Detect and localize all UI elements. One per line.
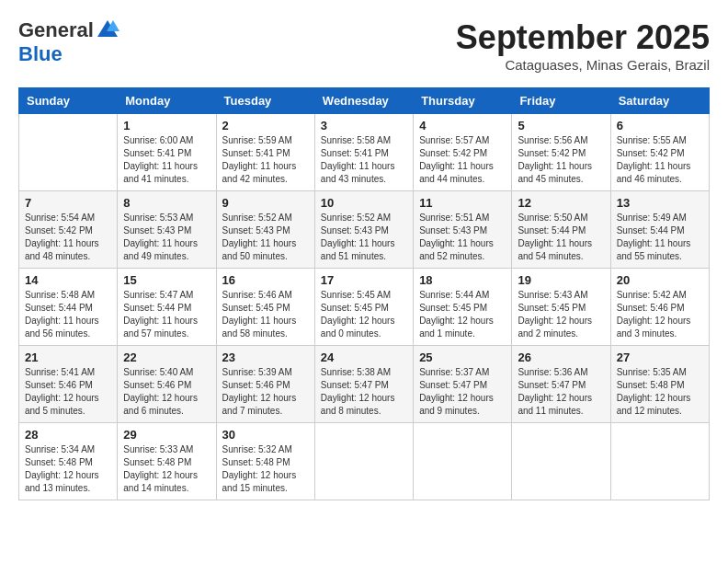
calendar-cell: 4 Sunrise: 5:57 AM Sunset: 5:42 PM Dayli… bbox=[414, 114, 512, 191]
cell-info: Sunrise: 5:36 AM Sunset: 5:47 PM Dayligh… bbox=[518, 366, 604, 418]
daylight-text: Daylight: 12 hours and 14 minutes. bbox=[123, 470, 198, 493]
cell-info: Sunrise: 5:40 AM Sunset: 5:46 PM Dayligh… bbox=[123, 366, 210, 418]
calendar-cell bbox=[610, 423, 709, 500]
day-number: 11 bbox=[419, 196, 506, 210]
daylight-text: Daylight: 11 hours and 51 minutes. bbox=[321, 238, 395, 261]
daylight-text: Daylight: 11 hours and 58 minutes. bbox=[222, 316, 297, 339]
sunrise-text: Sunrise: 5:57 AM bbox=[419, 135, 489, 145]
day-number: 22 bbox=[123, 350, 210, 364]
daylight-text: Daylight: 12 hours and 8 minutes. bbox=[321, 393, 395, 416]
sunset-text: Sunset: 5:42 PM bbox=[419, 148, 487, 158]
daylight-text: Daylight: 12 hours and 9 minutes. bbox=[419, 393, 494, 416]
sunrise-text: Sunrise: 5:38 AM bbox=[321, 367, 391, 377]
sunrise-text: Sunrise: 5:55 AM bbox=[617, 135, 687, 145]
sunset-text: Sunset: 5:43 PM bbox=[419, 225, 487, 236]
cell-info: Sunrise: 5:52 AM Sunset: 5:43 PM Dayligh… bbox=[222, 212, 309, 263]
sunset-text: Sunset: 5:46 PM bbox=[617, 303, 685, 313]
daylight-text: Daylight: 12 hours and 2 minutes. bbox=[518, 316, 592, 339]
cell-info: Sunrise: 5:57 AM Sunset: 5:42 PM Dayligh… bbox=[419, 134, 506, 186]
day-number: 19 bbox=[518, 273, 604, 287]
day-number: 3 bbox=[321, 119, 407, 132]
calendar-cell: 11 Sunrise: 5:51 AM Sunset: 5:43 PM Dayl… bbox=[414, 191, 512, 269]
cell-info: Sunrise: 5:35 AM Sunset: 5:48 PM Dayligh… bbox=[617, 366, 703, 418]
sunrise-text: Sunrise: 5:56 AM bbox=[518, 135, 587, 145]
day-number: 28 bbox=[25, 428, 111, 442]
cell-info: Sunrise: 5:42 AM Sunset: 5:46 PM Dayligh… bbox=[617, 289, 703, 340]
day-number: 4 bbox=[419, 119, 506, 132]
day-number: 17 bbox=[321, 273, 407, 287]
sunset-text: Sunset: 5:43 PM bbox=[222, 225, 290, 236]
calendar-cell: 6 Sunrise: 5:55 AM Sunset: 5:42 PM Dayli… bbox=[610, 114, 709, 191]
cell-info: Sunrise: 5:37 AM Sunset: 5:47 PM Dayligh… bbox=[419, 366, 506, 418]
daylight-text: Daylight: 11 hours and 55 minutes. bbox=[617, 238, 691, 261]
day-number: 20 bbox=[617, 273, 703, 287]
day-number: 24 bbox=[321, 350, 407, 364]
cell-info: Sunrise: 5:54 AM Sunset: 5:42 PM Dayligh… bbox=[25, 212, 111, 263]
sunset-text: Sunset: 5:42 PM bbox=[25, 225, 93, 236]
sunrise-text: Sunrise: 5:48 AM bbox=[25, 290, 95, 300]
sunrise-text: Sunrise: 5:44 AM bbox=[419, 290, 489, 300]
cell-info: Sunrise: 5:59 AM Sunset: 5:41 PM Dayligh… bbox=[222, 134, 309, 186]
cell-info: Sunrise: 5:49 AM Sunset: 5:44 PM Dayligh… bbox=[617, 212, 703, 263]
day-number: 23 bbox=[222, 350, 309, 364]
daylight-text: Daylight: 11 hours and 41 minutes. bbox=[123, 161, 198, 184]
cell-info: Sunrise: 5:38 AM Sunset: 5:47 PM Dayligh… bbox=[321, 366, 407, 418]
day-number: 6 bbox=[617, 119, 703, 132]
title-block: September 2025 Cataguases, Minas Gerais,… bbox=[456, 18, 710, 73]
sunset-text: Sunset: 5:45 PM bbox=[419, 303, 487, 313]
sunrise-text: Sunrise: 5:53 AM bbox=[123, 213, 193, 223]
daylight-text: Daylight: 11 hours and 54 minutes. bbox=[518, 238, 592, 261]
column-header-monday: Monday bbox=[118, 88, 216, 114]
calendar-cell: 24 Sunrise: 5:38 AM Sunset: 5:47 PM Dayl… bbox=[314, 346, 413, 423]
cell-info: Sunrise: 5:44 AM Sunset: 5:45 PM Dayligh… bbox=[419, 289, 506, 340]
daylight-text: Daylight: 11 hours and 44 minutes. bbox=[419, 161, 494, 184]
logo-icon bbox=[96, 18, 119, 42]
cell-info: Sunrise: 5:33 AM Sunset: 5:48 PM Dayligh… bbox=[123, 443, 210, 495]
day-number: 1 bbox=[123, 119, 210, 132]
day-number: 29 bbox=[123, 428, 210, 442]
calendar-cell: 10 Sunrise: 5:52 AM Sunset: 5:43 PM Dayl… bbox=[314, 191, 413, 269]
location-subtitle: Cataguases, Minas Gerais, Brazil bbox=[456, 57, 710, 73]
sunrise-text: Sunrise: 5:32 AM bbox=[222, 444, 292, 454]
day-number: 5 bbox=[518, 119, 604, 132]
calendar-cell: 5 Sunrise: 5:56 AM Sunset: 5:42 PM Dayli… bbox=[512, 114, 610, 191]
calendar-cell: 22 Sunrise: 5:40 AM Sunset: 5:46 PM Dayl… bbox=[118, 346, 216, 423]
cell-info: Sunrise: 5:58 AM Sunset: 5:41 PM Dayligh… bbox=[321, 134, 407, 186]
sunrise-text: Sunrise: 5:58 AM bbox=[321, 135, 391, 145]
cell-info: Sunrise: 5:56 AM Sunset: 5:42 PM Dayligh… bbox=[518, 134, 604, 186]
sunset-text: Sunset: 5:44 PM bbox=[25, 303, 93, 313]
sunset-text: Sunset: 5:48 PM bbox=[123, 457, 191, 467]
daylight-text: Daylight: 11 hours and 48 minutes. bbox=[25, 238, 99, 261]
cell-info: Sunrise: 5:48 AM Sunset: 5:44 PM Dayligh… bbox=[25, 289, 111, 340]
calendar-cell: 29 Sunrise: 5:33 AM Sunset: 5:48 PM Dayl… bbox=[118, 423, 216, 500]
day-number: 15 bbox=[123, 273, 210, 287]
day-number: 27 bbox=[617, 350, 703, 364]
sunset-text: Sunset: 5:48 PM bbox=[25, 457, 93, 467]
sunset-text: Sunset: 5:43 PM bbox=[123, 225, 191, 236]
calendar-cell: 23 Sunrise: 5:39 AM Sunset: 5:46 PM Dayl… bbox=[216, 346, 314, 423]
calendar-cell: 17 Sunrise: 5:45 AM Sunset: 5:45 PM Dayl… bbox=[314, 269, 413, 346]
sunrise-text: Sunrise: 5:50 AM bbox=[518, 213, 587, 223]
sunset-text: Sunset: 5:48 PM bbox=[617, 380, 685, 390]
daylight-text: Daylight: 12 hours and 3 minutes. bbox=[617, 316, 691, 339]
sunrise-text: Sunrise: 5:34 AM bbox=[25, 444, 95, 454]
sunrise-text: Sunrise: 5:41 AM bbox=[25, 367, 95, 377]
day-number: 14 bbox=[25, 273, 111, 287]
day-number: 26 bbox=[518, 350, 604, 364]
cell-info: Sunrise: 5:43 AM Sunset: 5:45 PM Dayligh… bbox=[518, 289, 604, 340]
calendar-cell: 19 Sunrise: 5:43 AM Sunset: 5:45 PM Dayl… bbox=[512, 269, 610, 346]
calendar-cell: 25 Sunrise: 5:37 AM Sunset: 5:47 PM Dayl… bbox=[414, 346, 512, 423]
sunrise-text: Sunrise: 5:37 AM bbox=[419, 367, 489, 377]
sunset-text: Sunset: 5:44 PM bbox=[518, 225, 586, 236]
calendar-header-row: SundayMondayTuesdayWednesdayThursdayFrid… bbox=[19, 88, 710, 114]
cell-info: Sunrise: 5:46 AM Sunset: 5:45 PM Dayligh… bbox=[222, 289, 309, 340]
sunset-text: Sunset: 5:46 PM bbox=[123, 380, 191, 390]
daylight-text: Daylight: 12 hours and 0 minutes. bbox=[321, 316, 395, 339]
calendar-cell: 27 Sunrise: 5:35 AM Sunset: 5:48 PM Dayl… bbox=[610, 346, 709, 423]
sunset-text: Sunset: 5:46 PM bbox=[25, 380, 93, 390]
cell-info: Sunrise: 5:50 AM Sunset: 5:44 PM Dayligh… bbox=[518, 212, 604, 263]
calendar-cell: 15 Sunrise: 5:47 AM Sunset: 5:44 PM Dayl… bbox=[118, 269, 216, 346]
daylight-text: Daylight: 11 hours and 43 minutes. bbox=[321, 161, 395, 184]
logo-general: General bbox=[18, 18, 94, 42]
calendar-cell: 12 Sunrise: 5:50 AM Sunset: 5:44 PM Dayl… bbox=[512, 191, 610, 269]
